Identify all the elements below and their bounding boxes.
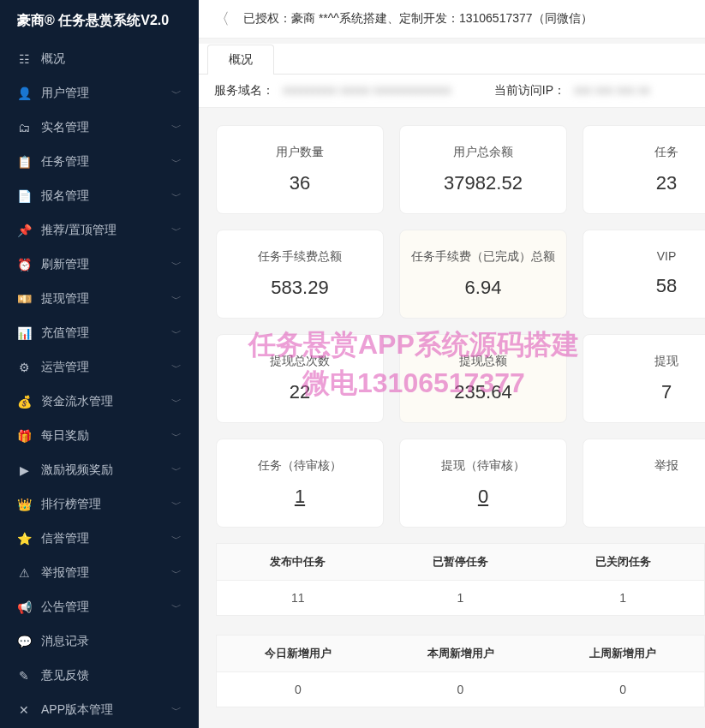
table-row: 000 <box>216 672 705 707</box>
sidebar-item-10[interactable]: 💰资金流水管理﹀ <box>0 385 199 419</box>
stat-card: 提现7 <box>583 334 705 423</box>
menu-label: 运营管理 <box>41 360 171 375</box>
sidebar-item-3[interactable]: 📋任务管理﹀ <box>0 145 199 179</box>
menu-label: 用户管理 <box>41 86 171 101</box>
menu-icon: ☷ <box>17 52 31 66</box>
table-header-cell: 发布中任务 <box>217 544 379 580</box>
sidebar-item-11[interactable]: 🎁每日奖励﹀ <box>0 419 199 453</box>
sidebar-item-17[interactable]: 💬消息记录 <box>0 624 199 659</box>
menu-icon: 📋 <box>17 155 31 169</box>
menu-label: 刷新管理 <box>41 257 171 272</box>
sidebar-item-14[interactable]: ⭐信誉管理﹀ <box>0 522 199 556</box>
sidebar-item-6[interactable]: ⏰刷新管理﹀ <box>0 248 199 282</box>
sidebar-item-7[interactable]: 💴提现管理﹀ <box>0 282 199 316</box>
table-cell: 0 <box>217 672 379 707</box>
content-area: 用户数量36用户总余额37982.52任务23任务手续费总额583.29任务手续… <box>199 108 705 728</box>
sidebar-item-12[interactable]: ▶激励视频奖励﹀ <box>0 453 199 487</box>
domain-value: xxxxxxxxx xxxxx xxxxxxxxxxxxx <box>283 83 451 98</box>
sidebar-item-9[interactable]: ⚙运营管理﹀ <box>0 350 199 385</box>
menu-label: 举报管理 <box>41 565 171 581</box>
chevron-down-icon: ﹀ <box>171 121 182 135</box>
stat-card-value: 583.29 <box>225 277 374 299</box>
stat-card-title: 提现 <box>592 354 705 369</box>
topbar: 〈 已授权：豪商 **^^系统搭建、定制开发：13106517377（同微信） <box>199 0 705 39</box>
stat-card-title: 用户总余额 <box>409 145 558 160</box>
stat-card-value[interactable]: 1 <box>225 486 374 508</box>
chevron-down-icon: ﹀ <box>171 463 182 478</box>
stat-card-value: 6.94 <box>409 277 558 299</box>
sidebar-item-18[interactable]: ✎意见反馈 <box>0 659 199 693</box>
topbar-text: 已授权：豪商 **^^系统搭建、定制开发：13106517377（同微信） <box>243 11 593 27</box>
menu-icon: 💰 <box>17 395 31 409</box>
sidebar-item-19[interactable]: ✕APP版本管理﹀ <box>0 693 199 727</box>
sidebar-item-5[interactable]: 📌推荐/置顶管理﹀ <box>0 213 199 248</box>
stat-row: 提现总次数22提现总额235.64提现7 <box>216 334 705 423</box>
menu-icon: ▶ <box>17 463 31 477</box>
tab-overview[interactable]: 概况 <box>207 45 274 75</box>
table-cell: 1 <box>379 581 542 615</box>
menu-icon: ✎ <box>17 669 31 683</box>
menu-label: 激励视频奖励 <box>41 462 171 478</box>
sidebar-item-16[interactable]: 📢公告管理﹀ <box>0 590 199 624</box>
table-cell: 0 <box>379 672 542 707</box>
stat-card-value[interactable]: 0 <box>409 486 558 508</box>
chevron-down-icon: ﹀ <box>171 532 182 546</box>
tabs: 概况 <box>199 44 705 75</box>
menu-label: 推荐/置顶管理 <box>41 223 171 238</box>
menu-icon: 💴 <box>17 292 31 306</box>
chevron-down-icon: ﹀ <box>171 258 182 272</box>
stat-card-title: 任务（待审核） <box>225 458 374 474</box>
table-cell: 11 <box>217 581 379 615</box>
stat-card-title: 任务手续费总额 <box>225 249 374 265</box>
sidebar-item-8[interactable]: 📊充值管理﹀ <box>0 316 199 350</box>
menu-icon: 👤 <box>17 87 31 100</box>
sidebar-item-2[interactable]: 🗂实名管理﹀ <box>0 110 199 145</box>
chevron-down-icon: ﹀ <box>171 429 182 444</box>
menu-icon: ⚙ <box>17 361 31 374</box>
stat-card: 任务手续费总额583.29 <box>216 230 384 319</box>
stat-card-title: 举报 <box>592 458 705 474</box>
stat-card-title: VIP <box>592 249 705 263</box>
stat-card-value: 37982.52 <box>409 172 558 194</box>
menu-icon: 🗂 <box>17 121 31 134</box>
chevron-down-icon: ﹀ <box>171 155 182 170</box>
table-cell: 1 <box>541 581 704 615</box>
table-header-cell: 今日新增用户 <box>217 636 379 671</box>
domain-label: 服务域名： <box>214 83 274 98</box>
sidebar-item-13[interactable]: 👑排行榜管理﹀ <box>0 487 199 522</box>
table-section: 发布中任务已暂停任务已关闭任务1111 <box>216 543 705 616</box>
sidebar-menu: ☷概况👤用户管理﹀🗂实名管理﹀📋任务管理﹀📄报名管理﹀📌推荐/置顶管理﹀⏰刷新管… <box>0 42 199 727</box>
menu-label: 充值管理 <box>41 325 171 341</box>
sidebar: 豪商® 任务悬赏系统V2.0 ☷概况👤用户管理﹀🗂实名管理﹀📋任务管理﹀📄报名管… <box>0 0 199 728</box>
menu-icon: 📄 <box>17 189 31 203</box>
table-cell: 0 <box>541 672 704 707</box>
stat-card: VIP58 <box>583 230 705 319</box>
menu-label: 概况 <box>41 51 182 67</box>
ip-value: xxx xxx xxx xx <box>574 83 650 98</box>
menu-label: 报名管理 <box>41 188 171 204</box>
stat-card-value: 7 <box>592 381 705 403</box>
table-header-cell: 已关闭任务 <box>541 544 704 580</box>
menu-label: 实名管理 <box>41 120 171 135</box>
sidebar-item-4[interactable]: 📄报名管理﹀ <box>0 179 199 213</box>
menu-label: 每日奖励 <box>41 428 171 444</box>
menu-icon: ✕ <box>17 703 31 717</box>
menu-icon: 📢 <box>17 600 31 614</box>
menu-label: 任务管理 <box>41 154 171 170</box>
sidebar-item-0[interactable]: ☷概况 <box>0 42 199 76</box>
menu-icon: ⭐ <box>17 532 31 546</box>
menu-label: APP版本管理 <box>41 702 171 718</box>
stat-card-title: 任务手续费（已完成）总额 <box>409 249 558 265</box>
sidebar-item-15[interactable]: ⚠举报管理﹀ <box>0 556 199 590</box>
stat-card: 举报 <box>583 439 705 528</box>
stat-card: 提现总次数22 <box>216 334 384 423</box>
chevron-down-icon: ﹀ <box>171 224 182 238</box>
stat-card-title: 任务 <box>592 145 705 160</box>
table-section: 今日新增用户本周新增用户上周新增用户000 <box>216 635 705 707</box>
back-icon[interactable]: 〈 <box>214 9 230 29</box>
chevron-down-icon: ﹀ <box>171 292 182 307</box>
sidebar-item-1[interactable]: 👤用户管理﹀ <box>0 76 199 110</box>
stat-card: 用户总余额37982.52 <box>399 125 567 214</box>
stat-row: 任务手续费总额583.29任务手续费（已完成）总额6.94VIP58 <box>216 230 705 319</box>
stat-card: 提现（待审核）0 <box>399 439 567 528</box>
